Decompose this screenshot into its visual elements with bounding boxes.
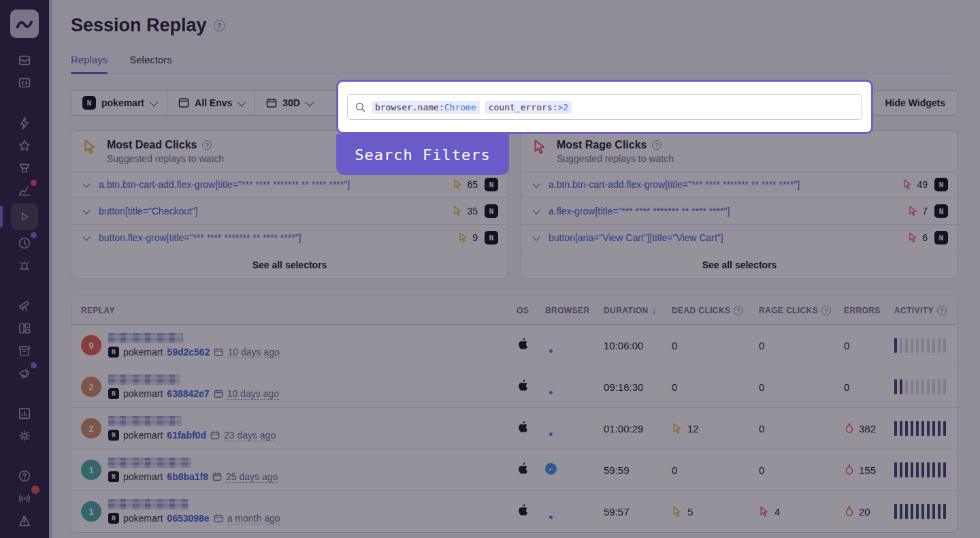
search-filter-spotlight: browser.name:Chrome count_errors:>2 <box>336 80 873 134</box>
search-input[interactable]: browser.name:Chrome count_errors:>2 <box>347 94 862 120</box>
search-token[interactable]: count_errors:>2 <box>485 101 572 114</box>
search-token[interactable]: browser.name:Chrome <box>372 101 480 114</box>
search-icon <box>355 101 366 113</box>
tour-tooltip: Search Filters <box>336 134 509 175</box>
